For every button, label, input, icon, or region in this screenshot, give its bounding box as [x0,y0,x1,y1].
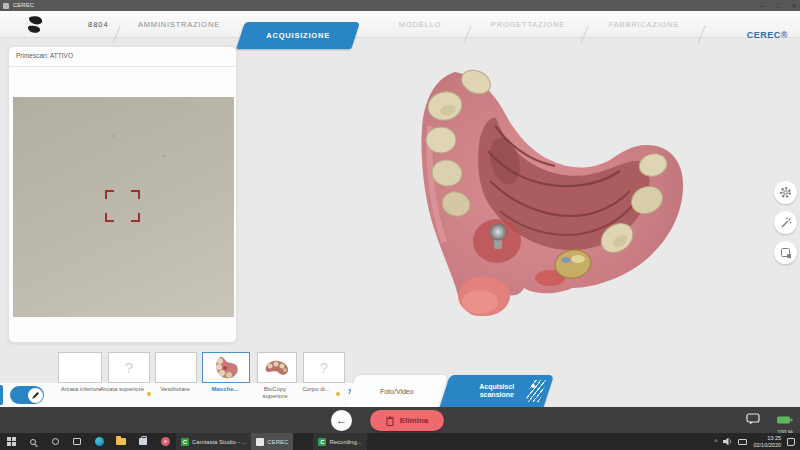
crosshair-corner [105,190,114,199]
camtasia-icon: C [181,438,189,446]
tab-foto-video[interactable]: Foto/Video [346,375,448,407]
scan-tool-button[interactable] [774,211,797,234]
action-bar: ← Elimina 100 % [0,407,800,433]
cerec-brand-label: CEREC® [747,22,788,49]
file-explorer-button[interactable] [110,433,132,450]
keyboard-icon[interactable] [738,439,747,445]
scan-thumbnail-image [264,359,290,377]
thumbnail-arcata-superiore[interactable]: ? [108,352,150,383]
thumbnail-corpo-di[interactable]: ? [303,352,345,383]
phase-tabbar: 8804 AMMINISTRAZIONE ACQUISIZIONE MODELL… [0,11,800,38]
recorder-icon: C [318,438,326,446]
scan-mode-toggle[interactable] [10,386,44,404]
scroll-left-chevron[interactable] [0,385,3,405]
store-button[interactable] [132,433,154,450]
tab-acquisizione[interactable]: ACQUISIZIONE [236,22,360,49]
delete-button[interactable]: Elimina [370,410,444,431]
windows-taskbar: C Camtasia Studio - ... CEREC C Recordin… [0,433,800,450]
hatch-decoration [525,380,546,402]
battery-status: 100 % [777,410,793,435]
back-button[interactable]: ← [331,410,352,431]
status-dot [531,384,535,388]
crosshair-corner [105,213,114,222]
edge-icon [95,437,104,446]
battery-icon [777,416,793,424]
dentsply-sirona-logo [26,16,45,37]
speaker-icon[interactable] [723,437,732,446]
thumbnail-arcata-inferiore[interactable] [58,352,102,383]
primescan-panel: Primescan: ATTIVO [8,46,237,343]
back-arrow-icon: ← [336,414,347,426]
tab-fabbricazione[interactable]: FABBRICAZIONE [588,11,700,38]
divider [9,66,236,67]
search-icon [30,439,36,445]
gear-icon [779,186,792,199]
chat-bubble-icon[interactable] [746,413,760,425]
system-tray: ^ 13:25 02/10/2020 [714,435,800,448]
minimize-button[interactable]: – [760,0,764,11]
crosshair-corner [131,213,140,222]
windows-icon [7,437,16,446]
cortana-button[interactable] [44,433,66,450]
camera-speck [163,155,165,157]
tray-expand-chevron[interactable]: ^ [714,438,717,445]
search-button[interactable] [22,433,44,450]
taskbar-clock[interactable]: 13:25 02/10/2020 [753,435,781,448]
os-titlebar: CEREC – □ × [0,0,800,11]
window-title: CEREC [13,0,34,11]
task-view-icon [73,438,81,445]
app-icon [3,3,9,9]
trash-icon [386,416,394,426]
cortana-icon [52,438,59,445]
status-badge [336,392,340,396]
taskbar-task-recording[interactable]: C Recording... [313,433,366,450]
tab-amministrazione[interactable]: AMMINISTRAZIONE [120,11,238,38]
cerec-task-icon [256,438,264,446]
pen-icon [28,388,43,403]
tab-acquisisci-scansione[interactable]: Acquisisci scansione [440,375,554,407]
window-view-button[interactable] [774,241,797,264]
taskbar-task-cerec[interactable]: CEREC [251,433,293,450]
close-button[interactable]: × [792,0,796,11]
settings-button[interactable] [774,181,797,204]
taskbar-task-camtasia[interactable]: C Camtasia Studio - ... [176,433,251,450]
start-button[interactable] [0,433,22,450]
thumbnail-label: BioCopy superiore [251,386,299,400]
scan-thumbnail-image [212,355,240,381]
thumbnail-biocopy-superiore[interactable] [257,352,297,383]
thumbnail-label: Vestibolare [151,386,199,393]
status-badge [147,392,151,396]
action-center-icon[interactable] [787,438,795,446]
tab-modello[interactable]: MODELLO [368,11,472,38]
thumbnail-label: Masche... [201,386,249,393]
folder-icon [116,438,126,445]
maximize-button[interactable]: □ [776,0,780,11]
crosshair-corner [131,190,140,199]
task-view-button[interactable] [66,433,88,450]
thumbnail-vestibolare[interactable] [155,352,197,383]
wand-icon [780,217,792,229]
media-app-icon [161,437,170,446]
3d-scan-model[interactable] [400,66,692,318]
clock-date: 02/10/2020 [753,442,781,449]
thumbnail-label: Arcata superiore [98,386,146,393]
thumbnail-label: Corpo di... [294,386,338,393]
thumbnail-mascellare[interactable] [202,352,250,383]
camera-live-preview[interactable] [13,97,234,317]
cerec-app-window: CEREC – □ × 8804 AMMINISTRAZIONE ACQUISI… [0,0,800,450]
edge-button[interactable] [88,433,110,450]
window-icon [781,248,790,257]
primescan-status: Primescan: ATTIVO [16,52,73,59]
store-icon [139,438,147,445]
media-app-button[interactable] [154,433,176,450]
camera-speck [113,135,115,137]
tab-progettazione[interactable]: PROGETTAZIONE [474,11,582,38]
